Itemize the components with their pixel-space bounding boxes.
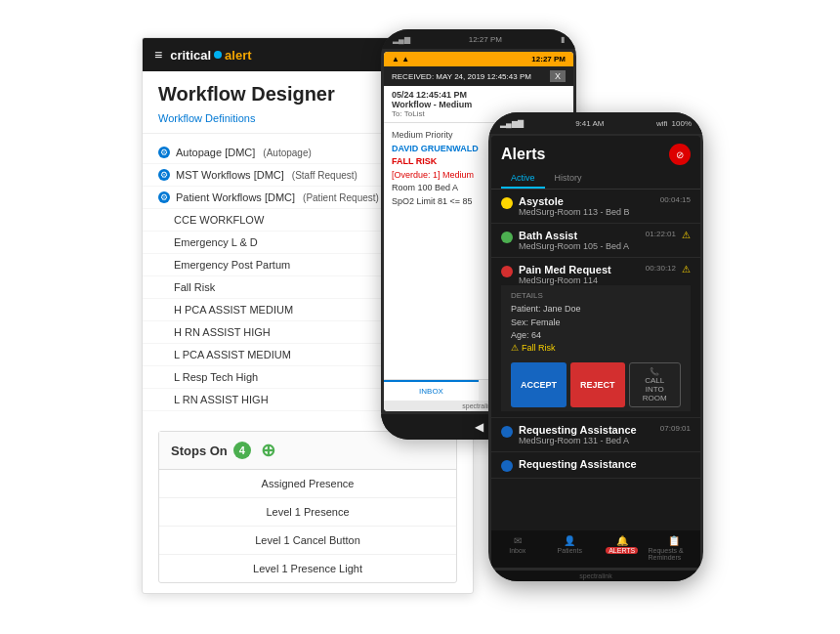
battery-icon: ▮ bbox=[561, 35, 565, 44]
alert-info: Asystole MedSurg-Room 113 - Bed B bbox=[519, 195, 654, 217]
alert-dot-green bbox=[501, 232, 513, 243]
stops-list: Assigned Presence Level 1 Presence Level… bbox=[159, 470, 456, 582]
logo-critical: critical bbox=[170, 48, 211, 63]
stops-title: Stops On bbox=[171, 444, 228, 458]
nav-alerts[interactable]: 🔔 ALERTS bbox=[596, 532, 649, 564]
stop-item[interactable]: Level 1 Presence bbox=[159, 498, 456, 527]
bottom-nav: ✉ Inbox 👤 Patients 🔔 ALERTS 📋 Requests &… bbox=[491, 530, 700, 568]
phone2-top-bar: ▂▄▆▇ 9:41 AM wifi 100% bbox=[488, 112, 703, 134]
alert-info: Requesting Assistance MedSurg-Room 131 -… bbox=[519, 424, 654, 445]
main-scene: ≡ critical alert Workflow Designer Workf… bbox=[0, 0, 840, 634]
alert-time: 07:09:01 bbox=[660, 424, 691, 433]
workflow-type: Workflow - Medium bbox=[392, 100, 566, 109]
phone2-screen: Alerts ⊘ Active History Asystole MedSurg… bbox=[491, 136, 700, 568]
p2-tabs: Active History bbox=[491, 169, 700, 190]
alert-dot-blue bbox=[501, 460, 513, 472]
nav-inbox[interactable]: ✉ Inbox bbox=[491, 532, 544, 564]
gear-icon: ⚙ bbox=[158, 169, 170, 181]
requests-icon: 📋 bbox=[668, 535, 680, 546]
alert-row: Pain Med Request MedSurg-Room 114 00:30:… bbox=[501, 264, 691, 285]
stop-item[interactable]: Assigned Presence bbox=[159, 470, 456, 498]
gear-icon: ⚙ bbox=[158, 147, 170, 158]
alert-location: MedSurg-Room 113 - Bed B bbox=[519, 207, 654, 217]
nav-label: Inbox bbox=[509, 547, 525, 554]
close-button[interactable]: X bbox=[550, 70, 566, 82]
alert-info: Bath Assist MedSurg-Room 105 - Bed A bbox=[519, 230, 640, 251]
tab-inbox[interactable]: INBOX bbox=[384, 380, 479, 401]
alert-row: Bath Assist MedSurg-Room 105 - Bed A 01:… bbox=[501, 230, 691, 251]
alert-icon: ▲ ▲ bbox=[392, 55, 409, 63]
spectralink-label: spectralink bbox=[488, 571, 703, 581]
accept-button[interactable]: ACCEPT bbox=[511, 362, 567, 407]
p1-status-bar: ▲ ▲ 12:27 PM bbox=[384, 52, 573, 66]
nav-requests[interactable]: 📋 Requests & Reminders bbox=[649, 532, 701, 564]
warning-icon: ⚠ bbox=[682, 264, 691, 275]
item-sublabel: (Patient Request) bbox=[303, 192, 379, 203]
logo-dot bbox=[214, 51, 222, 59]
alert-item-requesting2[interactable]: Requesting Assistance bbox=[491, 452, 700, 479]
alert-location: MedSurg-Room 114 bbox=[519, 275, 640, 285]
item-label: Autopage [DMC] bbox=[176, 147, 255, 158]
phone-icon: 📞 bbox=[650, 367, 659, 376]
received-label: RECEIVED: MAY 24, 2019 12:45:43 PM bbox=[392, 72, 531, 81]
tab-history[interactable]: History bbox=[545, 169, 592, 189]
phone1-notch: ▂▄▆ 12:27 PM ▮ bbox=[381, 29, 576, 49]
alert-name: Requesting Assistance bbox=[519, 424, 654, 436]
gear-icon: ⚙ bbox=[158, 191, 170, 203]
alerts-icon: 🔔 bbox=[616, 535, 628, 546]
wifi-icon: wifi bbox=[656, 119, 668, 128]
item-label: Patient Workflows [DMC] bbox=[176, 191, 295, 203]
action-buttons: ACCEPT REJECT 📞 CALL INTO ROOM bbox=[501, 359, 691, 411]
add-stop-button[interactable]: ⊕ bbox=[261, 440, 275, 461]
call-label: CALL INTO bbox=[638, 376, 672, 394]
alert-name: Bath Assist bbox=[519, 230, 640, 241]
nav-patients[interactable]: 👤 Patients bbox=[544, 532, 597, 564]
alert-item-pain[interactable]: Pain Med Request MedSurg-Room 114 00:30:… bbox=[491, 258, 700, 418]
alert-item-bath[interactable]: Bath Assist MedSurg-Room 105 - Bed A 01:… bbox=[491, 224, 700, 258]
p2-time: 9:41 AM bbox=[575, 119, 604, 128]
patient-name: Patient: Jane Doe bbox=[511, 303, 681, 317]
status-icons: wifi 100% bbox=[656, 119, 692, 128]
details-section: DETAILS Patient: Jane Doe Sex: Female Ag… bbox=[501, 285, 691, 359]
alert-location: MedSurg-Room 105 - Bed A bbox=[519, 241, 640, 251]
fall-risk-icon: ⚠ bbox=[511, 343, 519, 353]
alerts-icon: ⊘ bbox=[669, 144, 691, 165]
alerts-title: Alerts bbox=[501, 146, 545, 163]
patient-sex: Sex: Female bbox=[511, 317, 681, 330]
stop-item[interactable]: Level 1 Presence Light bbox=[159, 555, 456, 582]
alert-row: Asystole MedSurg-Room 113 - Bed B 00:04:… bbox=[501, 195, 691, 217]
item-sublabel: (Staff Request) bbox=[292, 170, 357, 181]
back-button[interactable]: ◀ bbox=[475, 420, 483, 434]
signal-icon: ▂▄▆▇ bbox=[500, 119, 524, 128]
p2-alerts-header: Alerts ⊘ bbox=[491, 136, 700, 169]
warning-icon: ⚠ bbox=[682, 230, 691, 240]
item-sublabel: (Autopage) bbox=[263, 148, 311, 158]
app-logo: critical alert bbox=[170, 48, 251, 63]
fall-risk-label: Fall Risk bbox=[522, 343, 556, 353]
signal-icon: ▂▄▆ bbox=[393, 35, 410, 44]
alerts-badge: ALERTS bbox=[606, 547, 638, 554]
inbox-icon: ✉ bbox=[514, 535, 522, 546]
nav-label: Patients bbox=[558, 547, 582, 554]
call-room-button[interactable]: 📞 CALL INTO ROOM bbox=[629, 362, 681, 407]
stop-item[interactable]: Level 1 Cancel Button bbox=[159, 527, 456, 555]
patient-age: Age: 64 bbox=[511, 329, 681, 343]
alert-name: Pain Med Request bbox=[519, 264, 640, 275]
call-label2: ROOM bbox=[643, 394, 667, 402]
alert-row: Requesting Assistance MedSurg-Room 131 -… bbox=[501, 424, 691, 445]
tab-active[interactable]: Active bbox=[501, 169, 545, 189]
alert-dot-yellow bbox=[501, 197, 513, 209]
reject-button[interactable]: REJECT bbox=[570, 362, 625, 407]
battery-icon: 100% bbox=[672, 119, 692, 128]
alert-item-asystole[interactable]: Asystole MedSurg-Room 113 - Bed B 00:04:… bbox=[491, 190, 700, 224]
alert-name: Requesting Assistance bbox=[519, 458, 691, 470]
alert-info: Requesting Assistance bbox=[519, 458, 691, 470]
stops-count: 4 bbox=[233, 442, 251, 459]
workflow-definitions-link[interactable]: Workflow Definitions bbox=[158, 112, 255, 124]
alerts-list: Asystole MedSurg-Room 113 - Bed B 00:04:… bbox=[491, 190, 700, 530]
fall-risk-indicator: ⚠ Fall Risk bbox=[511, 343, 681, 353]
hamburger-icon[interactable]: ≡ bbox=[154, 47, 162, 63]
alert-info: Pain Med Request MedSurg-Room 114 bbox=[519, 264, 640, 285]
alert-item-requesting1[interactable]: Requesting Assistance MedSurg-Room 131 -… bbox=[491, 418, 700, 452]
phone2: ▂▄▆▇ 9:41 AM wifi 100% Alerts ⊘ Active H… bbox=[488, 112, 703, 581]
